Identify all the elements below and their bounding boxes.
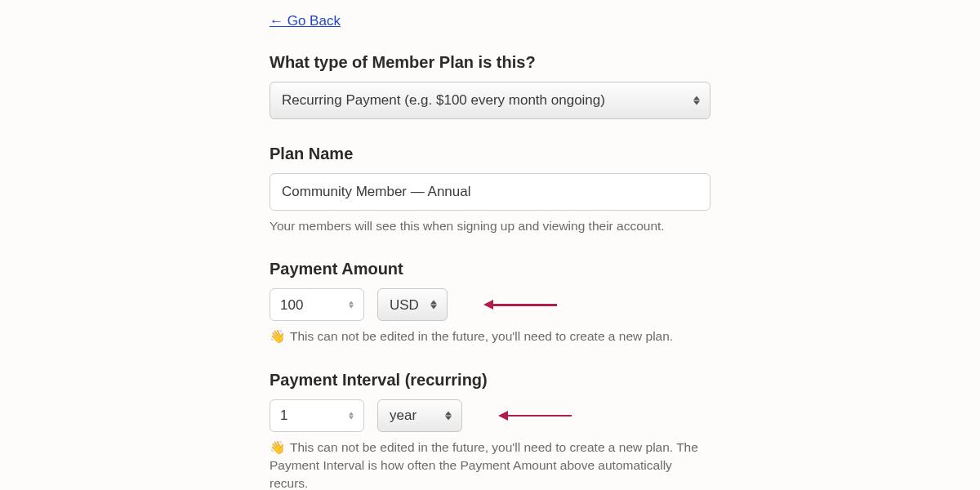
stepper-icon [349,412,354,420]
payment-interval-value: 1 [280,406,287,425]
annotation-arrow [483,300,557,310]
interval-unit-select[interactable]: year [377,399,462,432]
plan-name-help: Your members will see this when signing … [270,217,710,235]
currency-value: USD [390,296,419,315]
payment-amount-value: 100 [280,296,303,315]
payment-amount-help: 👋This can not be edited in the future, y… [270,327,710,345]
go-back-link[interactable]: ← Go Back [270,11,341,31]
plan-type-select[interactable]: Recurring Payment (e.g. $100 every month… [270,82,710,119]
payment-interval-input[interactable]: 1 [270,399,364,432]
payment-amount-heading: Payment Amount [270,257,710,280]
wave-icon: 👋 [270,329,285,343]
plan-type-value: Recurring Payment (e.g. $100 every month… [282,91,605,110]
plan-name-heading: Plan Name [270,142,710,165]
plan-name-input[interactable] [270,173,710,211]
wave-icon: 👋 [270,440,285,454]
sort-icon [693,96,700,105]
member-plan-form: ← Go Back What type of Member Plan is th… [261,0,719,490]
payment-interval-help: 👋This can not be edited in the future, y… [270,439,710,490]
currency-select[interactable]: USD [377,288,448,321]
stepper-icon [349,301,354,309]
payment-amount-help-text: This can not be edited in the future, yo… [290,329,673,343]
annotation-arrow [498,411,572,421]
plan-type-heading: What type of Member Plan is this? [270,51,710,74]
interval-unit-value: year [390,406,416,425]
payment-interval-help-text: This can not be edited in the future, yo… [270,440,698,489]
payment-amount-input[interactable]: 100 [270,288,364,321]
payment-interval-heading: Payment Interval (recurring) [270,368,710,391]
sort-icon [445,412,452,421]
sort-icon [430,301,437,310]
